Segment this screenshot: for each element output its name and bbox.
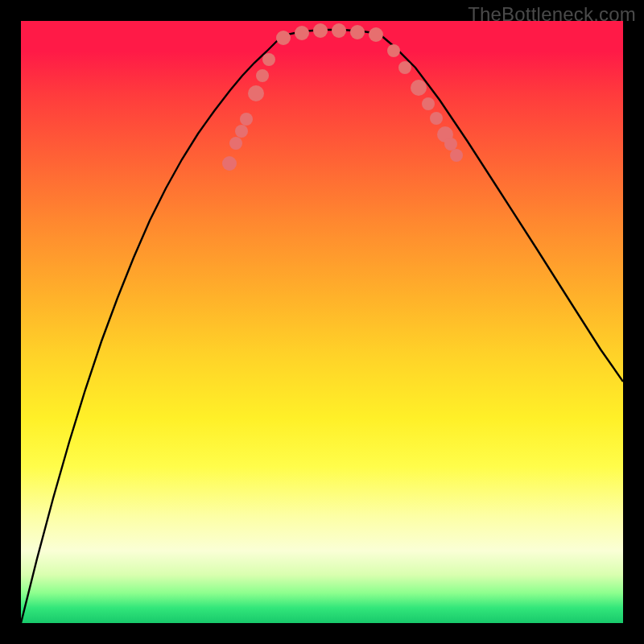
data-marker [369,27,383,42]
data-marker [295,26,309,40]
data-marker [444,138,457,151]
bottleneck-curve [21,30,623,623]
data-marker [430,112,443,125]
data-marker [398,61,411,74]
data-marker [276,31,291,45]
data-marker [387,44,400,57]
data-marker [422,97,435,110]
data-marker [332,23,346,38]
plot-area [21,21,623,623]
chart-stage: TheBottleneck.com [0,0,644,644]
data-marker [313,23,328,38]
data-marker [229,137,242,150]
data-marker [222,156,237,171]
curve-layer [21,21,623,623]
marker-group [222,23,463,171]
data-marker [235,125,248,138]
data-marker [256,69,269,82]
data-marker [350,25,365,39]
data-marker [262,53,275,66]
data-marker [248,85,264,101]
data-marker [411,80,427,96]
data-marker [240,113,253,126]
data-marker [450,149,463,162]
